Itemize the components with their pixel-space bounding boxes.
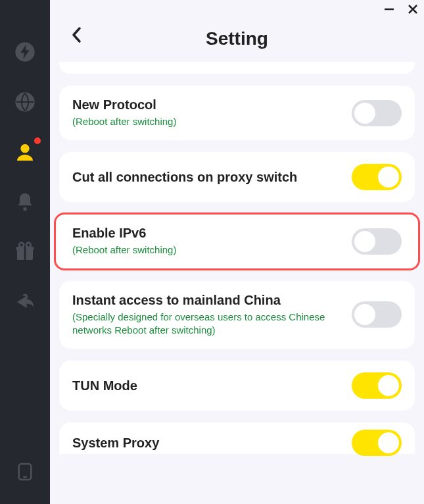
bell-icon (14, 191, 35, 213)
tablet-icon (14, 461, 35, 482)
setting-title: Enable IPv6 (72, 226, 352, 241)
page-header: Setting (50, 16, 424, 62)
svg-point-8 (26, 243, 31, 247)
toggle-knob (354, 304, 375, 325)
setting-title: New Protocol (72, 97, 352, 113)
toggle-mainland-china[interactable] (352, 301, 402, 328)
toggle-knob (354, 103, 375, 124)
toggle-knob (354, 231, 375, 252)
svg-point-7 (19, 243, 24, 247)
close-button[interactable] (406, 2, 420, 16)
close-icon (407, 3, 419, 15)
setting-note: (Reboot after switching) (72, 243, 335, 257)
toggle-knob (378, 166, 399, 188)
setting-cut-connections: Cut all connections on proxy switch (59, 152, 415, 202)
minimize-button[interactable] (382, 2, 396, 16)
toggle-knob (378, 375, 399, 396)
setting-text: Cut all connections on proxy switch (72, 170, 352, 185)
sidebar (0, 0, 50, 504)
globe-icon (14, 91, 35, 113)
setting-text: Enable IPv6 (Reboot after switching) (72, 226, 352, 257)
lightning-icon (14, 41, 35, 63)
setting-text: Instant access to mainland China (Specia… (72, 293, 352, 338)
minimize-icon (383, 3, 395, 15)
setting-enable-ipv6: Enable IPv6 (Reboot after switching) (55, 214, 419, 268)
toggle-cut-connections[interactable] (352, 164, 402, 190)
user-icon (14, 141, 35, 163)
toggle-tun-mode[interactable] (352, 372, 402, 399)
titlebar (50, 0, 424, 16)
svg-point-3 (23, 207, 26, 211)
toggle-enable-ipv6[interactable] (352, 228, 402, 255)
page-title: Setting (206, 28, 268, 49)
svg-point-2 (20, 144, 29, 153)
toggle-system-proxy[interactable] (352, 430, 402, 456)
card-peek-top (59, 62, 415, 74)
back-button[interactable] (67, 25, 87, 45)
setting-title: System Proxy (72, 436, 352, 451)
sidebar-item-device[interactable] (12, 459, 37, 484)
toggle-new-protocol[interactable] (352, 100, 402, 126)
setting-new-protocol: New Protocol (Reboot after switching) (59, 86, 415, 140)
setting-note: (Reboot after switching) (72, 115, 335, 128)
sidebar-item-speed[interactable] (12, 39, 37, 64)
gift-icon (14, 241, 35, 263)
sidebar-item-bell[interactable] (12, 189, 37, 214)
setting-title: TUN Mode (72, 378, 352, 393)
chevron-left-icon (71, 26, 83, 43)
toggle-knob (378, 432, 399, 453)
setting-title: Cut all connections on proxy switch (72, 170, 352, 185)
setting-mainland-china: Instant access to mainland China (Specia… (59, 281, 415, 349)
setting-system-proxy: System Proxy (59, 422, 415, 454)
setting-tun-mode: TUN Mode (59, 361, 415, 411)
share-icon (14, 291, 35, 313)
setting-text: TUN Mode (72, 378, 352, 393)
settings-list: New Protocol (Reboot after switching) Cu… (50, 62, 424, 504)
svg-rect-6 (24, 247, 26, 260)
notification-dot (34, 138, 41, 144)
setting-text: New Protocol (Reboot after switching) (72, 97, 352, 128)
main-area: Setting New Protocol (Reboot after switc… (50, 0, 424, 504)
setting-note: (Specially designed for overseas users t… (72, 311, 335, 338)
setting-title: Instant access to mainland China (72, 293, 352, 308)
setting-text: System Proxy (72, 436, 352, 451)
sidebar-item-globe[interactable] (12, 89, 37, 114)
sidebar-item-gift[interactable] (12, 239, 37, 265)
sidebar-item-share[interactable] (12, 290, 37, 315)
sidebar-item-user[interactable] (12, 139, 37, 164)
